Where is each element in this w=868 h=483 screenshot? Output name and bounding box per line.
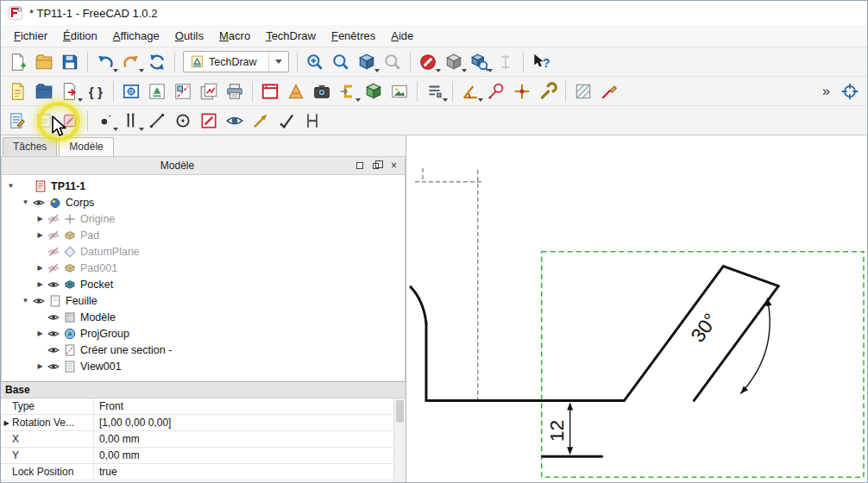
open-document-button[interactable] (31, 49, 57, 75)
td-print-page-button[interactable] (222, 78, 248, 104)
tree-item-tp11-1[interactable]: ▼TP11-1 (2, 178, 405, 194)
menu-item-affichage[interactable]: Affichage (105, 27, 167, 45)
visibility-eye-icon[interactable] (47, 311, 60, 323)
length-dimension[interactable]: 12 (545, 402, 573, 455)
menu-item-fichier[interactable]: Fichier (6, 27, 55, 45)
tree-item-feuille[interactable]: ▼Feuille (2, 292, 405, 309)
expander-icon[interactable]: ▶ (35, 329, 46, 337)
property-row-lock-position[interactable]: Lock Positiontrue (1, 464, 406, 480)
visibility-eye-icon[interactable] (47, 361, 60, 373)
td-hatch-button[interactable] (570, 78, 596, 104)
fit-all-button[interactable] (328, 49, 354, 75)
expander-icon[interactable]: ▶ (35, 231, 46, 239)
tree-item-origine[interactable]: ▶Origine (2, 210, 405, 227)
expander-icon[interactable]: ▶ (35, 280, 46, 288)
draw-style-button[interactable] (415, 49, 441, 75)
expander-icon[interactable]: ▶ (35, 264, 46, 272)
td-balloon-button[interactable] (483, 78, 509, 104)
dock-restore-button[interactable] (352, 159, 367, 172)
td-ext-cosmetic-circle-button[interactable] (170, 108, 196, 134)
td-ext-caliper-button[interactable] (299, 108, 325, 134)
tree-item-corps[interactable]: ▼Corps (2, 194, 405, 210)
property-scrollbar[interactable] (393, 398, 406, 482)
visibility-eye-icon[interactable] (47, 229, 60, 242)
property-row-type[interactable]: TypeFront (1, 398, 406, 415)
scrollbar-thumb[interactable] (396, 400, 404, 423)
td-insert-image-button[interactable] (387, 78, 412, 104)
td-repair-dimension-button[interactable] (535, 78, 561, 104)
visibility-eye-icon[interactable] (47, 262, 60, 274)
menu-item-techdraw[interactable]: TechDraw (258, 27, 324, 45)
dock-close-button[interactable]: × (387, 159, 401, 172)
property-value[interactable]: [1,00 0,00 0,00] (94, 415, 406, 430)
expander-icon[interactable]: ▼ (5, 182, 16, 190)
property-expander-icon[interactable]: ▶ (1, 419, 12, 427)
tree-item-pad001[interactable]: ▶Pad001 (2, 260, 405, 276)
drawing-viewport[interactable]: 30° 12 (406, 135, 867, 482)
undo-button[interactable] (92, 49, 118, 75)
refresh-button[interactable] (144, 49, 170, 75)
td-ext-arrow-tools-button[interactable] (248, 108, 274, 134)
property-value[interactable]: true (94, 464, 406, 480)
menu-item-aide[interactable]: Aide (383, 27, 421, 45)
td-active-view-button[interactable] (257, 78, 283, 104)
section-view-selection-border[interactable] (542, 252, 864, 478)
td-annotation-tools-button[interactable] (422, 78, 448, 104)
tree-item-projgroup[interactable]: ▶ProjGroup (2, 325, 405, 342)
property-value[interactable]: Front (94, 398, 406, 414)
td-clip-group-button[interactable] (335, 78, 361, 104)
angle-dimension-label[interactable]: 30° (686, 309, 721, 346)
visibility-eye-icon[interactable] (47, 328, 60, 340)
visibility-eye-icon[interactable] (47, 344, 60, 356)
tree-item-datumplane[interactable]: DatumPlane (2, 243, 405, 260)
td-ext-show-edges-button[interactable] (222, 108, 248, 134)
axonometric-view-button[interactable] (354, 49, 380, 75)
td-new-page-from-template-button[interactable] (31, 78, 57, 104)
menu-item-edition[interactable]: Édition (55, 27, 105, 45)
tree-item-view001[interactable]: ▶View001 (2, 358, 405, 374)
td-export-page-button[interactable] (57, 78, 83, 104)
tab-taches[interactable]: Tâches (3, 137, 57, 156)
save-button[interactable] (57, 49, 83, 75)
td-ext-vertex-tools-button[interactable] (92, 108, 118, 134)
tree-item-modele[interactable]: Modèle (2, 309, 405, 325)
property-value[interactable]: 0,00 mm (94, 431, 406, 447)
td-landmark-dimension-button[interactable] (509, 78, 535, 104)
drawing-canvas[interactable]: 30° 12 (406, 135, 867, 482)
menu-item-macro[interactable]: Macro (211, 27, 258, 45)
zoom-selection-button[interactable] (380, 49, 406, 75)
td-ext-change-attributes-button[interactable] (196, 108, 222, 134)
td-ext-remove-decoration-button[interactable] (57, 108, 83, 134)
tree-item-pad[interactable]: ▶Pad (2, 227, 405, 243)
expander-icon[interactable]: ▼ (20, 297, 31, 304)
length-dimension-label[interactable]: 12 (545, 420, 568, 442)
workbench-selector[interactable]: TechDraw (183, 51, 289, 72)
td-insert-view-button[interactable] (118, 78, 144, 104)
redo-button[interactable] (118, 49, 144, 75)
property-value[interactable]: 0,00 mm (94, 448, 406, 463)
visibility-eye-icon[interactable] (47, 213, 60, 225)
menu-item-fenetres[interactable]: Fenêtres (324, 27, 383, 45)
expander-icon[interactable]: ▶ (35, 362, 46, 370)
property-row-y[interactable]: Y0,00 mm (1, 448, 406, 464)
view-zoom-button[interactable] (467, 49, 493, 75)
zoom-in-button[interactable] (302, 49, 328, 75)
property-group-header[interactable]: Base (1, 382, 406, 398)
section-view-geometry[interactable] (543, 267, 778, 457)
td-axis-alignment-button[interactable] (837, 78, 863, 104)
td-new-default-page-button[interactable] (5, 78, 31, 104)
td-ext-cosmetic-line-button[interactable] (144, 108, 170, 134)
property-row-x[interactable]: X0,00 mm (1, 431, 406, 448)
td-ext-parallel-line-tools-button[interactable] (118, 108, 144, 134)
measure-button[interactable] (493, 49, 519, 75)
whats-this-button[interactable] (528, 49, 554, 75)
td-line-decoration-button[interactable] (596, 78, 622, 104)
td-snapshot-view-button[interactable] (309, 78, 335, 104)
main-view-geometry[interactable] (411, 287, 625, 401)
tree-item-creer-une-section[interactable]: Créer une section - (2, 342, 405, 358)
tree-item-pocket[interactable]: ▶Pocket (2, 276, 405, 292)
tab-modele[interactable]: Modèle (59, 137, 113, 156)
td-projection-group-button[interactable] (144, 78, 170, 104)
toolbar-overflow-indicator[interactable]: » (815, 84, 837, 99)
expander-icon[interactable]: ▶ (35, 215, 46, 223)
